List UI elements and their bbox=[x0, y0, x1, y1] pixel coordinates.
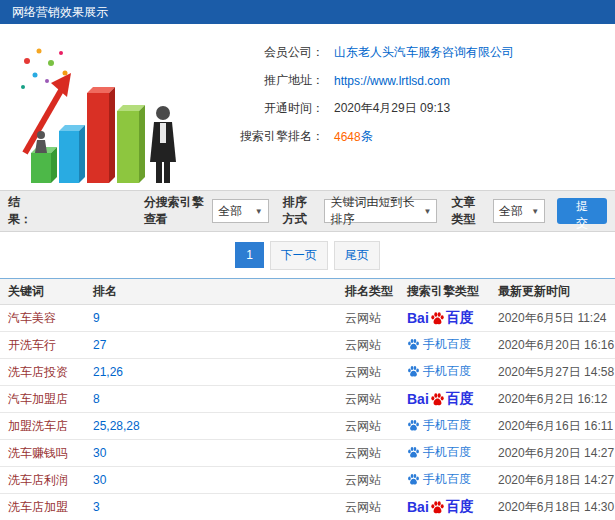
table-row: 洗车店投资 21,26 云网站 手机百度 2020年5月27日 14:58 bbox=[0, 359, 615, 386]
updated-cell: 2020年6月18日 14:27 bbox=[490, 467, 615, 494]
engine-filter-select[interactable]: 全部 ▼ bbox=[212, 199, 269, 223]
baidu-pc-logo: Bai百度 bbox=[407, 390, 474, 408]
company-label: 会员公司： bbox=[189, 44, 324, 61]
baidu-mobile-logo: 手机百度 bbox=[407, 471, 471, 488]
type-filter-value: 全部 bbox=[499, 203, 523, 220]
rank-link[interactable]: 27 bbox=[93, 338, 106, 352]
table-header-row: 关键词 排名 排名类型 搜索引擎类型 最新更新时间 bbox=[0, 279, 615, 305]
sort-filter-select[interactable]: 关键词由短到长排序 ▼ bbox=[324, 199, 437, 223]
engine-cell: 手机百度 bbox=[399, 413, 490, 440]
chevron-down-icon: ▼ bbox=[255, 207, 263, 216]
rank-type-cell: 云网站 bbox=[337, 359, 399, 386]
last-page-button[interactable]: 尾页 bbox=[334, 241, 380, 270]
header-rank: 排名 bbox=[85, 279, 337, 305]
updated-cell: 2020年6月20日 16:16 bbox=[490, 332, 615, 359]
rank-link[interactable]: 25,28,28 bbox=[93, 419, 140, 433]
updated-cell: 2020年6月20日 14:27 bbox=[490, 440, 615, 467]
engine-filter-value: 全部 bbox=[218, 203, 242, 220]
keyword-cell: 加盟洗车店 bbox=[0, 413, 85, 440]
updated-cell: 2020年6月2日 16:12 bbox=[490, 386, 615, 413]
keyword-cell: 汽车加盟店 bbox=[0, 386, 85, 413]
header-updated: 最新更新时间 bbox=[490, 279, 615, 305]
promo-url-link[interactable]: https://www.lrtlsd.com bbox=[334, 74, 450, 88]
rank-link[interactable]: 30 bbox=[93, 473, 106, 487]
rank-count-suffix: 条 bbox=[361, 128, 373, 145]
app-header: 网络营销效果展示 bbox=[0, 0, 615, 24]
keyword-cell: 开洗车行 bbox=[0, 332, 85, 359]
rank-count-value: 4648 bbox=[334, 130, 361, 144]
type-filter-label: 文章类型 bbox=[451, 194, 487, 228]
updated-cell: 2020年5月27日 14:58 bbox=[490, 359, 615, 386]
engine-cell: 手机百度 bbox=[399, 440, 490, 467]
sort-filter-label: 排序方式 bbox=[283, 194, 319, 228]
baidu-paw-icon bbox=[430, 311, 445, 326]
page-button-current[interactable]: 1 bbox=[235, 242, 264, 268]
rank-type-cell: 云网站 bbox=[337, 467, 399, 494]
filter-band: 结果： 分搜索引擎查看 全部 ▼ 排序方式 关键词由短到长排序 ▼ 文章类型 全… bbox=[0, 190, 615, 232]
info-row-rank-count: 搜索引擎排名： 4648条 bbox=[189, 124, 514, 149]
table-row: 洗车店利润 30 云网站 手机百度 2020年6月18日 14:27 bbox=[0, 467, 615, 494]
bar-chart-illustration bbox=[4, 32, 189, 186]
engine-filter-label: 分搜索引擎查看 bbox=[144, 194, 206, 228]
rank-type-cell: 云网站 bbox=[337, 440, 399, 467]
updated-cell: 2020年6月18日 14:30 bbox=[490, 494, 615, 520]
table-row: 汽车加盟店 8 云网站 Bai百度 2020年6月2日 16:12 bbox=[0, 386, 615, 413]
results-table: 关键词 排名 排名类型 搜索引擎类型 最新更新时间 汽车美容 9 云网站 Bai… bbox=[0, 278, 615, 520]
baidu-pc-logo: Bai百度 bbox=[407, 309, 474, 327]
company-link[interactable]: 山东老人头汽车服务咨询有限公司 bbox=[334, 44, 514, 61]
type-filter-select[interactable]: 全部 ▼ bbox=[493, 199, 545, 223]
baidu-mobile-logo: 手机百度 bbox=[407, 417, 471, 434]
open-time-label: 开通时间： bbox=[189, 100, 324, 117]
rank-count-label: 搜索引擎排名： bbox=[189, 128, 324, 145]
table-row: 洗车店加盟 3 云网站 Bai百度 2020年6月18日 14:30 bbox=[0, 494, 615, 520]
rank-link[interactable]: 3 bbox=[93, 500, 100, 514]
baidu-paw-icon bbox=[430, 500, 445, 515]
keyword-cell: 洗车赚钱吗 bbox=[0, 440, 85, 467]
baidu-paw-icon bbox=[407, 338, 420, 351]
chevron-down-icon: ▼ bbox=[531, 207, 539, 216]
table-row: 开洗车行 27 云网站 手机百度 2020年6月20日 16:16 bbox=[0, 332, 615, 359]
rank-type-cell: 云网站 bbox=[337, 386, 399, 413]
rank-link[interactable]: 8 bbox=[93, 392, 100, 406]
baidu-paw-icon bbox=[407, 473, 420, 486]
baidu-paw-icon bbox=[430, 392, 445, 407]
info-row-opened: 开通时间： 2020年4月29日 09:13 bbox=[189, 96, 514, 121]
open-time-value: 2020年4月29日 09:13 bbox=[334, 100, 450, 117]
pagination: 1 下一页 尾页 bbox=[0, 232, 615, 278]
sort-filter-value: 关键词由短到长排序 bbox=[330, 194, 417, 228]
promo-url-label: 推广地址： bbox=[189, 72, 324, 89]
next-page-button[interactable]: 下一页 bbox=[270, 241, 328, 270]
updated-cell: 2020年6月5日 11:24 bbox=[490, 305, 615, 332]
info-row-url: 推广地址： https://www.lrtlsd.com bbox=[189, 68, 514, 93]
rank-type-cell: 云网站 bbox=[337, 494, 399, 520]
updated-cell: 2020年6月16日 16:11 bbox=[490, 413, 615, 440]
table-row: 汽车美容 9 云网站 Bai百度 2020年6月5日 11:24 bbox=[0, 305, 615, 332]
header-engine-type: 搜索引擎类型 bbox=[399, 279, 490, 305]
baidu-mobile-logo: 手机百度 bbox=[407, 363, 471, 380]
rank-type-cell: 云网站 bbox=[337, 305, 399, 332]
rank-link[interactable]: 9 bbox=[93, 311, 100, 325]
baidu-mobile-logo: 手机百度 bbox=[407, 336, 471, 353]
header-keyword: 关键词 bbox=[0, 279, 85, 305]
keyword-cell: 汽车美容 bbox=[0, 305, 85, 332]
rank-link[interactable]: 21,26 bbox=[93, 365, 123, 379]
keyword-cell: 洗车店利润 bbox=[0, 467, 85, 494]
engine-cell: 手机百度 bbox=[399, 359, 490, 386]
info-panel: 会员公司： 山东老人头汽车服务咨询有限公司 推广地址： https://www.… bbox=[0, 24, 615, 190]
info-fields: 会员公司： 山东老人头汽车服务咨询有限公司 推广地址： https://www.… bbox=[189, 32, 514, 186]
submit-button[interactable]: 提交 bbox=[557, 198, 607, 224]
growth-chart-image bbox=[11, 35, 183, 183]
baidu-paw-icon bbox=[407, 365, 420, 378]
baidu-pc-logo: Bai百度 bbox=[407, 498, 474, 516]
baidu-paw-icon bbox=[407, 446, 420, 459]
keyword-cell: 洗车店加盟 bbox=[0, 494, 85, 520]
rank-type-cell: 云网站 bbox=[337, 413, 399, 440]
chevron-down-icon: ▼ bbox=[424, 207, 432, 216]
engine-cell: 手机百度 bbox=[399, 332, 490, 359]
table-row: 洗车赚钱吗 30 云网站 手机百度 2020年6月20日 14:27 bbox=[0, 440, 615, 467]
results-section-label: 结果： bbox=[8, 194, 35, 228]
rank-type-cell: 云网站 bbox=[337, 332, 399, 359]
rank-link[interactable]: 30 bbox=[93, 446, 106, 460]
page-title: 网络营销效果展示 bbox=[12, 5, 108, 19]
engine-cell: Bai百度 bbox=[399, 386, 490, 413]
